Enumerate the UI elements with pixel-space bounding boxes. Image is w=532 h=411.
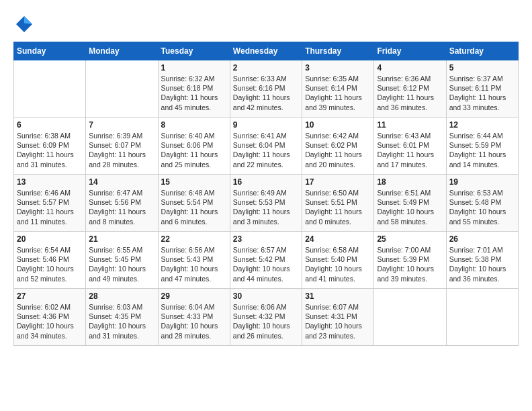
day-number: 10 [305, 120, 371, 130]
day-number: 5 [449, 63, 515, 73]
day-info: Sunrise: 6:40 AMSunset: 6:06 PMDaylight:… [161, 131, 227, 169]
day-number: 31 [305, 291, 371, 301]
day-info: Sunrise: 6:49 AMSunset: 5:53 PMDaylight:… [233, 188, 299, 226]
calendar-cell: 4Sunrise: 6:36 AMSunset: 6:12 PMDaylight… [374, 60, 446, 118]
day-number: 25 [377, 234, 443, 244]
day-info: Sunrise: 6:54 AMSunset: 5:46 PMDaylight:… [17, 245, 83, 283]
weekday-header-thursday: Thursday [302, 42, 374, 60]
day-number: 14 [89, 177, 154, 187]
day-number: 3 [305, 63, 371, 73]
day-number: 13 [17, 177, 83, 187]
day-number: 28 [89, 291, 154, 301]
day-number: 8 [161, 120, 227, 130]
calendar-cell: 23Sunrise: 6:57 AMSunset: 5:42 PMDayligh… [230, 232, 302, 289]
day-number: 18 [377, 177, 443, 187]
day-number: 23 [233, 234, 299, 244]
calendar-cell: 7Sunrise: 6:39 AMSunset: 6:07 PMDaylight… [86, 118, 158, 175]
calendar-cell: 24Sunrise: 6:58 AMSunset: 5:40 PMDayligh… [302, 232, 374, 289]
calendar-cell: 5Sunrise: 6:37 AMSunset: 6:11 PMDaylight… [446, 60, 518, 118]
weekday-header-saturday: Saturday [446, 42, 518, 60]
day-info: Sunrise: 6:44 AMSunset: 5:59 PMDaylight:… [449, 131, 515, 169]
svg-marker-1 [24, 16, 32, 24]
day-info: Sunrise: 6:06 AMSunset: 4:32 PMDaylight:… [233, 302, 299, 340]
day-info: Sunrise: 6:50 AMSunset: 5:51 PMDaylight:… [305, 188, 371, 226]
calendar-week-1: 1Sunrise: 6:32 AMSunset: 6:18 PMDaylight… [14, 60, 519, 118]
calendar-cell [374, 289, 446, 346]
day-number: 22 [161, 234, 227, 244]
day-info: Sunrise: 6:43 AMSunset: 6:01 PMDaylight:… [377, 131, 443, 169]
calendar-cell: 18Sunrise: 6:51 AMSunset: 5:49 PMDayligh… [374, 175, 446, 232]
weekday-header-friday: Friday [374, 42, 446, 60]
weekday-header-wednesday: Wednesday [230, 42, 302, 60]
calendar-cell: 14Sunrise: 6:47 AMSunset: 5:56 PMDayligh… [86, 175, 158, 232]
logo [13, 13, 38, 35]
day-number: 2 [233, 63, 299, 73]
weekday-header-monday: Monday [86, 42, 158, 60]
day-info: Sunrise: 6:37 AMSunset: 6:11 PMDaylight:… [449, 74, 515, 112]
day-info: Sunrise: 6:07 AMSunset: 4:31 PMDaylight:… [305, 302, 371, 340]
day-number: 9 [233, 120, 299, 130]
weekday-header-sunday: Sunday [14, 42, 86, 60]
calendar-cell: 28Sunrise: 6:03 AMSunset: 4:35 PMDayligh… [86, 289, 158, 346]
calendar-cell: 20Sunrise: 6:54 AMSunset: 5:46 PMDayligh… [14, 232, 86, 289]
day-number: 1 [161, 63, 227, 73]
day-number: 26 [449, 234, 515, 244]
day-info: Sunrise: 6:58 AMSunset: 5:40 PMDaylight:… [305, 245, 371, 283]
calendar-cell [446, 289, 518, 346]
day-info: Sunrise: 6:41 AMSunset: 6:04 PMDaylight:… [233, 131, 299, 169]
day-number: 16 [233, 177, 299, 187]
calendar-table: SundayMondayTuesdayWednesdayThursdayFrid… [13, 42, 519, 346]
calendar-week-4: 20Sunrise: 6:54 AMSunset: 5:46 PMDayligh… [14, 232, 519, 289]
day-info: Sunrise: 7:01 AMSunset: 5:38 PMDaylight:… [449, 245, 515, 283]
day-number: 12 [449, 120, 515, 130]
calendar-header: SundayMondayTuesdayWednesdayThursdayFrid… [14, 42, 519, 60]
day-number: 11 [377, 120, 443, 130]
calendar-cell: 26Sunrise: 7:01 AMSunset: 5:38 PMDayligh… [446, 232, 518, 289]
day-number: 29 [161, 291, 227, 301]
page-header [13, 13, 519, 35]
calendar-cell: 31Sunrise: 6:07 AMSunset: 4:31 PMDayligh… [302, 289, 374, 346]
day-info: Sunrise: 6:04 AMSunset: 4:33 PMDaylight:… [161, 302, 227, 340]
calendar-cell: 27Sunrise: 6:02 AMSunset: 4:36 PMDayligh… [14, 289, 86, 346]
day-number: 19 [449, 177, 515, 187]
day-info: Sunrise: 6:56 AMSunset: 5:43 PMDaylight:… [161, 245, 227, 283]
day-info: Sunrise: 6:03 AMSunset: 4:35 PMDaylight:… [89, 302, 154, 340]
day-number: 7 [89, 120, 154, 130]
day-number: 15 [161, 177, 227, 187]
day-number: 17 [305, 177, 371, 187]
weekday-header-row: SundayMondayTuesdayWednesdayThursdayFrid… [14, 42, 519, 60]
day-info: Sunrise: 6:33 AMSunset: 6:16 PMDaylight:… [233, 74, 299, 112]
day-info: Sunrise: 6:39 AMSunset: 6:07 PMDaylight:… [89, 131, 154, 169]
calendar-cell: 6Sunrise: 6:38 AMSunset: 6:09 PMDaylight… [14, 118, 86, 175]
calendar-cell: 11Sunrise: 6:43 AMSunset: 6:01 PMDayligh… [374, 118, 446, 175]
day-info: Sunrise: 6:47 AMSunset: 5:56 PMDaylight:… [89, 188, 154, 226]
calendar-cell: 8Sunrise: 6:40 AMSunset: 6:06 PMDaylight… [158, 118, 230, 175]
calendar-week-2: 6Sunrise: 6:38 AMSunset: 6:09 PMDaylight… [14, 118, 519, 175]
calendar-cell [86, 60, 158, 118]
day-info: Sunrise: 6:32 AMSunset: 6:18 PMDaylight:… [161, 74, 227, 112]
calendar-cell: 12Sunrise: 6:44 AMSunset: 5:59 PMDayligh… [446, 118, 518, 175]
calendar-cell: 2Sunrise: 6:33 AMSunset: 6:16 PMDaylight… [230, 60, 302, 118]
calendar-week-3: 13Sunrise: 6:46 AMSunset: 5:57 PMDayligh… [14, 175, 519, 232]
calendar-cell: 9Sunrise: 6:41 AMSunset: 6:04 PMDaylight… [230, 118, 302, 175]
day-number: 20 [17, 234, 83, 244]
calendar-week-5: 27Sunrise: 6:02 AMSunset: 4:36 PMDayligh… [14, 289, 519, 346]
day-number: 27 [17, 291, 83, 301]
day-info: Sunrise: 6:42 AMSunset: 6:02 PMDaylight:… [305, 131, 371, 169]
day-info: Sunrise: 6:46 AMSunset: 5:57 PMDaylight:… [17, 188, 83, 226]
calendar-body: 1Sunrise: 6:32 AMSunset: 6:18 PMDaylight… [14, 60, 519, 346]
weekday-header-tuesday: Tuesday [158, 42, 230, 60]
calendar-cell: 16Sunrise: 6:49 AMSunset: 5:53 PMDayligh… [230, 175, 302, 232]
calendar-cell: 22Sunrise: 6:56 AMSunset: 5:43 PMDayligh… [158, 232, 230, 289]
day-info: Sunrise: 6:55 AMSunset: 5:45 PMDaylight:… [89, 245, 154, 283]
calendar-cell: 25Sunrise: 7:00 AMSunset: 5:39 PMDayligh… [374, 232, 446, 289]
day-number: 30 [233, 291, 299, 301]
day-info: Sunrise: 6:48 AMSunset: 5:54 PMDaylight:… [161, 188, 227, 226]
day-info: Sunrise: 6:38 AMSunset: 6:09 PMDaylight:… [17, 131, 83, 169]
day-info: Sunrise: 6:36 AMSunset: 6:12 PMDaylight:… [377, 74, 443, 112]
day-number: 21 [89, 234, 154, 244]
calendar-cell: 30Sunrise: 6:06 AMSunset: 4:32 PMDayligh… [230, 289, 302, 346]
calendar-cell: 17Sunrise: 6:50 AMSunset: 5:51 PMDayligh… [302, 175, 374, 232]
day-number: 24 [305, 234, 371, 244]
calendar-cell: 3Sunrise: 6:35 AMSunset: 6:14 PMDaylight… [302, 60, 374, 118]
